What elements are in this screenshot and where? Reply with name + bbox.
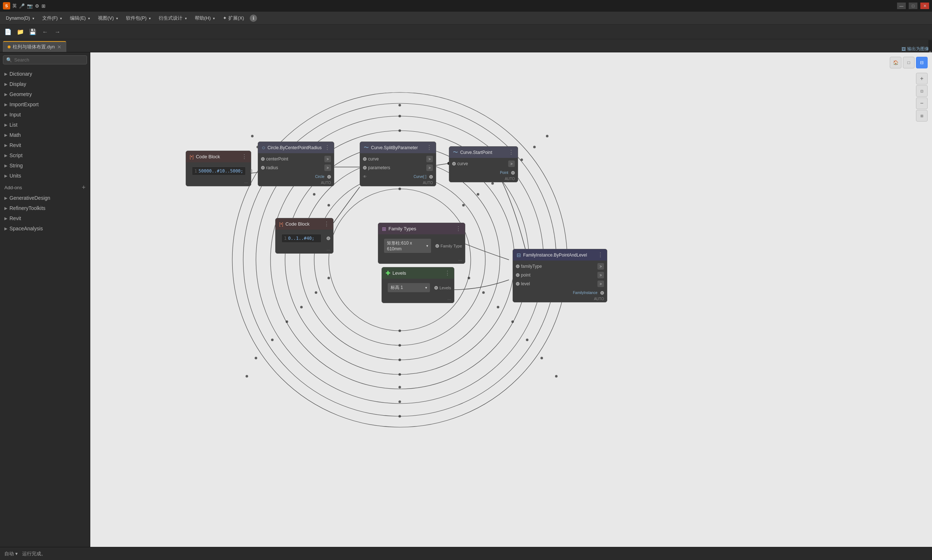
minimize-button[interactable]: —: [897, 3, 906, 9]
input-port[interactable]: [363, 166, 367, 169]
svg-point-43: [399, 386, 401, 389]
node-menu-icon[interactable]: ⋮: [241, 153, 247, 160]
menu-edit[interactable]: 编辑(E) ▾: [66, 14, 94, 23]
output-port[interactable]: [435, 244, 439, 248]
sidebar-item-display[interactable]: ▶ Display: [0, 79, 90, 89]
port-expand-button[interactable]: >: [598, 272, 604, 278]
port-expand-button[interactable]: >: [324, 156, 331, 162]
output-port[interactable]: [511, 171, 515, 175]
menu-package[interactable]: 软件包(P) ▾: [122, 14, 154, 23]
svg-point-57: [246, 375, 248, 378]
levels-footer: ⋯: [382, 297, 454, 303]
search-input[interactable]: [14, 57, 84, 63]
add-addon-button[interactable]: +: [82, 184, 86, 191]
node-menu-icon[interactable]: ⋮: [445, 270, 450, 277]
open-file-button[interactable]: 📁: [15, 27, 26, 37]
sidebar-item-revit[interactable]: ▶ Revit: [0, 140, 90, 150]
export-image-button[interactable]: 🖼 输出为图像: [901, 46, 929, 52]
zoom-in-button[interactable]: +: [916, 73, 927, 85]
menu-file[interactable]: 文件(F) ▾: [39, 14, 66, 23]
sidebar-item-units[interactable]: ▶ Units: [0, 171, 90, 181]
undo-button[interactable]: ←: [40, 27, 50, 37]
menu-extensions[interactable]: ✦ 扩展(X): [219, 14, 248, 23]
curve-split-port-params: parameters >: [360, 163, 436, 172]
input-port[interactable]: [261, 157, 265, 161]
input-port[interactable]: [516, 282, 519, 286]
sidebar-item-dictionary[interactable]: ▶ Dictionary: [0, 69, 90, 79]
sidebar-item-revit-addon[interactable]: ▶ Revit: [0, 213, 90, 223]
sidebar-item-script[interactable]: ▶ Script: [0, 150, 90, 160]
tab-close-button[interactable]: ✕: [57, 44, 62, 50]
sidebar-item-math[interactable]: ▶ Math: [0, 130, 90, 140]
preview-button[interactable]: □: [903, 57, 915, 68]
node-menu-icon[interactable]: ⋮: [456, 225, 461, 232]
canvas[interactable]: 🏠 □ ⊟ + ⊡ − ⊞: [90, 52, 932, 547]
port-expand-button[interactable]: >: [426, 156, 433, 162]
node-menu-icon[interactable]: ⋮: [508, 149, 514, 156]
redo-button[interactable]: →: [52, 27, 63, 37]
info-icon[interactable]: ℹ: [250, 15, 257, 22]
view-toggle-button[interactable]: ⊟: [916, 57, 927, 68]
output-port[interactable]: [251, 169, 252, 173]
save-file-button[interactable]: 💾: [28, 27, 38, 37]
sidebar-item-list[interactable]: ▶ List: [0, 120, 90, 130]
port-expand-button[interactable]: >: [324, 165, 331, 171]
input-port[interactable]: [516, 273, 519, 277]
new-file-button[interactable]: 📄: [3, 27, 13, 37]
dropdown-arrow-icon: ▾: [15, 551, 18, 556]
sidebar-item-refinerytoolkits[interactable]: ▶ RefineryToolkits: [0, 203, 90, 213]
sidebar-item-string[interactable]: ▶ String: [0, 160, 90, 171]
node-menu-icon[interactable]: ⋮: [324, 144, 330, 151]
code-block-2-body: 10..1..#40;: [276, 229, 333, 247]
zoom-controls: + ⊡ − ⊞: [916, 73, 927, 122]
maximize-button[interactable]: □: [909, 3, 917, 9]
menu-help[interactable]: 帮助(H) ▾: [191, 14, 219, 23]
curve-split-node: 〜 Curve.SplitByParameter ⋮ curve > param…: [360, 142, 436, 186]
input-port[interactable]: [363, 157, 367, 161]
family-dropdown[interactable]: 矩形柱:610 x 610mm ▾: [384, 239, 431, 253]
chevron-icon: ▶: [5, 153, 7, 158]
port-expand-button[interactable]: >: [426, 165, 433, 171]
sidebar-item-generativedesign[interactable]: ▶ GenerativeDesign: [0, 193, 90, 203]
family-types-title: Family Types: [388, 226, 416, 231]
input-port[interactable]: [516, 265, 519, 268]
input-port[interactable]: [261, 166, 265, 169]
node-menu-icon[interactable]: ⋮: [324, 220, 330, 228]
output-port[interactable]: [327, 237, 330, 240]
footer-text: ⋯: [327, 248, 330, 252]
output-port[interactable]: [429, 175, 433, 178]
port-expand-button[interactable]: >: [598, 280, 604, 287]
node-menu-icon[interactable]: ⋮: [598, 251, 603, 258]
curve-split-body: curve > parameters >: [360, 153, 436, 174]
code-block-2-header: [•] Code Block ⋮: [276, 218, 333, 229]
levels-dropdown[interactable]: 标高 1 ▾: [388, 283, 430, 292]
active-tab[interactable]: 柱列与墙体布置.dyn ✕: [3, 41, 66, 52]
sidebar-item-label: GenerativeDesign: [9, 195, 50, 201]
code-block-2-icon: [•]: [279, 222, 283, 227]
sidebar-item-spaceanalysis[interactable]: ▶ SpaceAnalysis: [0, 223, 90, 234]
sidebar-item-importexport[interactable]: ▶ ImportExport: [0, 99, 90, 109]
sidebar-item-geometry[interactable]: ▶ Geometry: [0, 89, 90, 99]
menu-dynamo[interactable]: Dynamo(D) ▾: [2, 14, 38, 22]
svg-point-49: [541, 357, 543, 360]
menu-generative[interactable]: 衍生式设计 ▾: [155, 14, 190, 23]
output-port[interactable]: [434, 286, 438, 290]
port-expand-button[interactable]: >: [598, 263, 604, 270]
port-expand-button[interactable]: >: [508, 160, 515, 167]
zoom-fit-button[interactable]: ⊡: [916, 85, 927, 97]
close-button[interactable]: ✕: [920, 3, 929, 9]
output-port[interactable]: [600, 291, 604, 295]
fit-view-button[interactable]: 🏠: [890, 57, 901, 68]
family-types-body: 矩形柱:610 x 610mm ▾ Family Type: [378, 234, 465, 257]
svg-point-47: [533, 146, 536, 148]
run-mode-dropdown[interactable]: 自动 ▾: [5, 551, 18, 557]
output-port[interactable]: [327, 175, 331, 178]
menu-view[interactable]: 视图(V) ▾: [94, 14, 122, 23]
family-types-footer: ⋯: [378, 257, 465, 263]
zoom-out-button[interactable]: −: [916, 97, 927, 109]
node-menu-icon[interactable]: ⋮: [426, 144, 432, 151]
sidebar-item-input[interactable]: ▶ Input: [0, 109, 90, 120]
tabbar: 柱列与墙体布置.dyn ✕ 🖼 输出为图像: [0, 39, 932, 52]
input-port[interactable]: [452, 162, 456, 166]
zoom-custom-button[interactable]: ⊞: [916, 110, 927, 122]
